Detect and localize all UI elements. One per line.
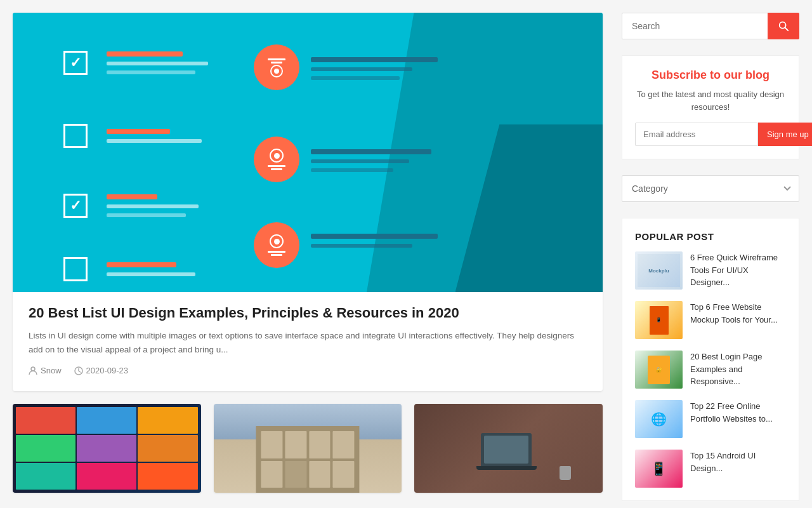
featured-post-excerpt: Lists in UI design come with multiple im… xyxy=(29,329,587,356)
search-box xyxy=(622,13,799,39)
subscribe-title: Subscribe to our blog xyxy=(635,69,786,82)
featured-post: ✓ xyxy=(13,13,603,391)
popular-post-title-2: Top 6 Free Website Mockup Tools for Your… xyxy=(690,301,786,326)
popular-thumb-3: 🔐 xyxy=(635,351,683,389)
popular-thumb-2: 📱 xyxy=(635,301,683,339)
search-input[interactable] xyxy=(622,13,768,39)
featured-image: ✓ xyxy=(13,13,603,292)
popular-post-item-2[interactable]: 📱 Top 6 Free Website Mockup Tools for Yo… xyxy=(635,301,786,339)
subscribe-desc: To get the latest and most quality desig… xyxy=(635,88,786,113)
grid-post-2[interactable] xyxy=(214,404,402,493)
sidebar: Subscribe to our blog To get the latest … xyxy=(622,13,799,501)
clock-icon xyxy=(74,366,83,375)
signup-button[interactable]: Sign me up xyxy=(758,123,812,146)
search-button[interactable] xyxy=(768,13,799,39)
post-meta: Snow 2020-09-23 xyxy=(29,366,587,375)
popular-posts-section: POPULAR POST Mockplu 6 Free Quick Wirefr… xyxy=(622,218,799,501)
popular-thumb-1: Mockplu xyxy=(635,251,683,290)
popular-post-title-1: 6 Free Quick Wireframe Tools For UI/UX D… xyxy=(690,251,786,289)
grid-posts xyxy=(13,404,603,493)
popular-post-title-4: Top 22 Free Online Portfolio Websites to… xyxy=(690,400,786,425)
main-content: ✓ xyxy=(13,13,603,501)
popular-post-item-4[interactable]: 🌐 Top 22 Free Online Portfolio Websites … xyxy=(635,400,786,438)
popular-post-item-3[interactable]: 🔐 20 Best Login Page Examples and Respon… xyxy=(635,351,786,389)
post-date: 2020-09-23 xyxy=(74,366,129,375)
popular-post-item-5[interactable]: 📱 Top 15 Android UI Design... xyxy=(635,450,786,488)
search-icon xyxy=(778,20,789,32)
author-icon xyxy=(29,366,37,375)
featured-post-body: 20 Best List UI Design Examples, Princip… xyxy=(13,292,603,391)
popular-post-item-1[interactable]: Mockplu 6 Free Quick Wireframe Tools For… xyxy=(635,251,786,290)
grid-post-3[interactable] xyxy=(414,404,603,493)
svg-point-0 xyxy=(31,367,35,371)
popular-thumb-4: 🌐 xyxy=(635,400,683,438)
subscribe-box: Subscribe to our blog To get the latest … xyxy=(622,55,799,159)
grid-post-1[interactable] xyxy=(13,404,201,493)
hero-illustration: ✓ xyxy=(13,13,603,292)
popular-post-title-3: 20 Best Login Page Examples and Responsi… xyxy=(690,351,786,388)
post-author: Snow xyxy=(29,366,62,375)
subscribe-form: Sign me up xyxy=(635,123,786,146)
popular-posts-title: POPULAR POST xyxy=(635,231,786,242)
popular-thumb-5: 📱 xyxy=(635,450,683,488)
page-wrapper: ✓ xyxy=(0,0,812,508)
email-input[interactable] xyxy=(635,123,758,146)
popular-post-title-5: Top 15 Android UI Design... xyxy=(690,450,786,474)
category-select[interactable]: Category UI Design UX Design Mockup Tool… xyxy=(622,175,799,202)
featured-post-title[interactable]: 20 Best List UI Design Examples, Princip… xyxy=(29,305,587,321)
svg-line-3 xyxy=(785,27,788,30)
